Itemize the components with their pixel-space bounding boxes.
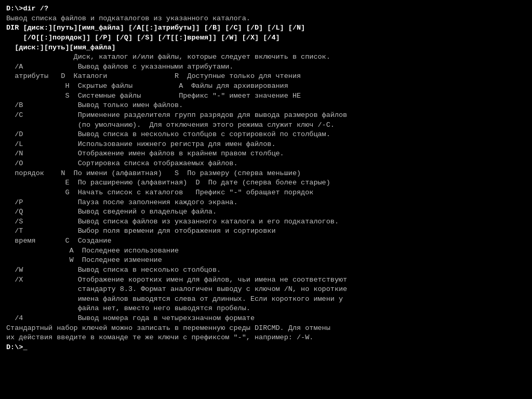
terminal-line: их действия введите в команде те же ключ… bbox=[6, 333, 526, 343]
terminal-line: G Начать список с каталогов Префикс "-" … bbox=[6, 188, 526, 198]
terminal-window[interactable]: D:\>dir /?Вывод списка файлов и подкатал… bbox=[0, 0, 532, 399]
terminal-line: /L Использование нижнего регистра для им… bbox=[6, 140, 526, 150]
terminal-line: /D Вывод списка в несколько столбцов с с… bbox=[6, 130, 526, 140]
terminal-line: /X Отображение коротких имен для файлов,… bbox=[6, 275, 526, 285]
terminal-line: H Скрытые файлы A Файлы для архивировани… bbox=[6, 82, 526, 91]
terminal-line: /4 Вывод номера года в четырехзначном фо… bbox=[6, 314, 526, 324]
terminal-line: время C Создание bbox=[6, 236, 526, 246]
terminal-line: A Последнее использование bbox=[6, 246, 526, 256]
terminal-line: стандарту 8.3. Формат аналогичен выводу … bbox=[6, 285, 526, 295]
terminal-line: /N Отображение имен файлов в крайнем пра… bbox=[6, 149, 526, 159]
terminal-line: /T Выбор поля времени для отображения и … bbox=[6, 227, 526, 236]
terminal-line: /Q Вывод сведений о владельце файла. bbox=[6, 207, 526, 217]
terminal-line: (по умолчанию). Для отключения этого реж… bbox=[6, 121, 526, 130]
terminal-line: /B Вывод только имен файлов. bbox=[6, 101, 526, 111]
terminal-line: DIR [диск:][путь][имя_файла] [/A[[:]атри… bbox=[6, 23, 526, 33]
terminal-line: Вывод списка файлов и подкаталогов из ук… bbox=[6, 14, 526, 24]
terminal-line: файла нет, вместо него выводятся пробелы… bbox=[6, 304, 526, 314]
terminal-line: Диск, каталог и/или файлы, которые следу… bbox=[6, 52, 526, 62]
terminal-line: D:\>dir /? bbox=[6, 4, 526, 14]
terminal-line: Стандартный набор ключей можно записать … bbox=[6, 324, 526, 334]
terminal-line: /W Вывод списка в несколько столбцов. bbox=[6, 265, 526, 275]
terminal-line: порядок N По имени (алфавитная) S По раз… bbox=[6, 169, 526, 179]
terminal-line: D:\>_ bbox=[6, 343, 526, 353]
terminal-line: S Системные файлы Префикс "-" имеет знач… bbox=[6, 91, 526, 101]
terminal-line: [/O[[:]порядок]] [/P] [/Q] [/S] [/T[[:]в… bbox=[6, 33, 526, 43]
terminal-line: E По расширению (алфавитная) D По дате (… bbox=[6, 178, 526, 188]
terminal-line: W Последнее изменение bbox=[6, 256, 526, 265]
terminal-line: /S Вывод списка файлов из указанного кат… bbox=[6, 217, 526, 227]
terminal-line: имена файлов выводятся слева от длинных.… bbox=[6, 295, 526, 304]
terminal-line: /P Пауза после заполнения каждого экрана… bbox=[6, 198, 526, 208]
terminal-line: [диск:][путь][имя_файла] bbox=[6, 43, 526, 53]
terminal-line: /C Применение разделителя групп разрядов… bbox=[6, 111, 526, 121]
terminal-line: /O Сортировка списка отображаемых файлов… bbox=[6, 159, 526, 169]
terminal-line: /A Вывод файлов с указанными атрибутами. bbox=[6, 62, 526, 72]
terminal-line: атрибуты D Каталоги R Доступные только д… bbox=[6, 72, 526, 82]
